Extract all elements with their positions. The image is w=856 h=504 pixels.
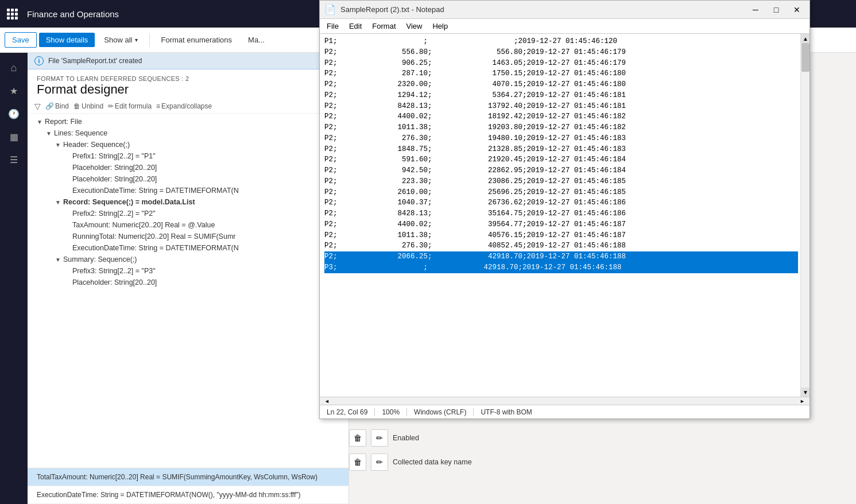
collected-key-label: Collected data key name	[393, 458, 472, 466]
tree-item[interactable]: ExecutionDateTime: String = DATETIMEFORM…	[28, 242, 348, 254]
tree-item[interactable]: Prefix1: String[2..2] = "P1"	[28, 150, 348, 162]
tree-item[interactable]: Placeholder: String[20..20]	[28, 173, 348, 185]
tree-item[interactable]: Prefix3: String[2..2] = "P3"	[28, 265, 348, 277]
delete-button-2[interactable]: 🗑	[349, 453, 366, 471]
sidebar-home-icon[interactable]: ⌂	[3, 57, 24, 78]
sidebar-clock-icon[interactable]: 🕐	[3, 103, 24, 124]
hscroll-right[interactable]: ►	[800, 398, 805, 404]
notepad-line: P2; 4400.02; 18192.42;2019-12-27 01:45:4…	[324, 111, 798, 122]
filter-icon: ▽	[34, 102, 41, 111]
notepad-window: 📄 SampleReport (2).txt - Notepad ─ □ ✕ F…	[319, 0, 810, 419]
menu-view[interactable]: View	[402, 21, 427, 32]
status-encoding: UTF-8 with BOM	[474, 408, 539, 416]
page-title: Format designer	[37, 82, 339, 97]
action-bar: ▽ 🔗 Bind 🗑 Unbind ✏ Edit formula ≡ Expan…	[28, 99, 348, 114]
bind-link-icon: 🔗	[45, 102, 54, 110]
tree-item[interactable]: ▼Lines: Sequence	[28, 127, 348, 139]
notepad-line: P2; 8428.13; 13792.40;2019-12-27 01:45:4…	[324, 101, 798, 112]
notepad-line: P2; 942.50; 22862.95;2019-12-27 01:45:46…	[324, 165, 798, 176]
notepad-line: P2; 4400.02; 39564.77;2019-12-27 01:45:4…	[324, 219, 798, 230]
tree-item[interactable]: TaxAmount: Numeric[20..20] Real = @.Valu…	[28, 219, 348, 231]
notepad-line: P2; 591.60; 21920.45;2019-12-27 01:45:46…	[324, 154, 798, 165]
notepad-line: P2; 276.30; 40852.45;2019-12-27 01:45:46…	[324, 241, 798, 251]
tree-item[interactable]: RunningTotal: Numeric[20..20] Real = SUM…	[28, 231, 348, 242]
more-button[interactable]: Ma...	[241, 33, 272, 47]
tree-item[interactable]: ▼Record: Sequence(;) = model.Data.List	[28, 196, 348, 208]
waffle-icon[interactable]	[7, 9, 18, 20]
notepad-content-wrapper: P1; ; ;2019-12-27 01:45:46:120P2; 556.80…	[320, 34, 809, 397]
delete-button-1[interactable]: 🗑	[349, 429, 366, 447]
bind-action[interactable]: 🔗 Bind	[45, 102, 69, 110]
notepad-line: P2; 287.10; 1750.15;2019-12-27 01:45:46:…	[324, 68, 798, 79]
left-sidebar: ⌂ ★ 🕐 ▦ ☰	[0, 53, 28, 504]
notepad-title-text: SampleReport (2).txt - Notepad	[340, 5, 743, 14]
notepad-line: P1; ; ;2019-12-27 01:45:46:120	[324, 36, 798, 47]
notepad-line: P2; 8428.13; 35164.75;2019-12-27 01:45:4…	[324, 208, 798, 219]
menu-help[interactable]: Help	[428, 21, 452, 32]
notepad-line: P2; 2320.00; 4070.15;2019-12-27 01:45:46…	[324, 79, 798, 90]
notepad-scrollbar-down[interactable]: ▼	[801, 387, 809, 397]
notepad-content[interactable]: P1; ; ;2019-12-27 01:45:46:120P2; 556.80…	[320, 34, 809, 397]
notepad-line: P2; 906.25; 1463.05;2019-12-27 01:45:46:…	[324, 58, 798, 69]
menu-format[interactable]: Format	[367, 21, 400, 32]
tree-item[interactable]: Placeholder: String[20..20]	[28, 162, 348, 173]
app-title: Finance and Operations	[27, 9, 119, 19]
page-subtitle: FORMAT TO LEARN DEFERRED SEQUENCES : 2	[37, 75, 339, 82]
tree-item[interactable]: Prefix2: String[2..2] = "P2"	[28, 208, 348, 219]
close-button[interactable]: ✕	[789, 3, 805, 16]
tree-item[interactable]: Placeholder: String[20..20]	[28, 277, 348, 288]
bottom-item-selected[interactable]: TotalTaxAmount: Numeric[20..20] Real = S…	[28, 468, 348, 486]
sidebar-grid-icon[interactable]: ▦	[3, 126, 24, 147]
info-message: File 'SampleReport.txt' created	[48, 57, 142, 65]
info-icon: i	[34, 56, 44, 65]
status-crlf: Windows (CRLF)	[407, 408, 474, 416]
tree-item[interactable]: ▼Header: Sequence(;)	[28, 139, 348, 150]
expand-collapse-action[interactable]: ≡ Expand/collapse	[156, 102, 212, 110]
unbind-icon: 🗑	[73, 102, 80, 110]
tree: ▼Report: File▼Lines: Sequence▼Header: Se…	[28, 114, 348, 468]
info-bar: i File 'SampleReport.txt' created	[28, 53, 348, 69]
tree-item[interactable]: ▼Summary: Sequence(;)	[28, 254, 348, 265]
tree-item[interactable]: ▼Report: File	[28, 116, 348, 127]
notepad-line: P2; 1011.38; 40576.15;2019-12-27 01:45:4…	[324, 230, 798, 241]
notepad-scrollbar-thumb[interactable]	[801, 43, 809, 72]
main-area: i File 'SampleReport.txt' created FORMAT…	[28, 53, 349, 504]
menu-edit[interactable]: Edit	[344, 21, 366, 32]
hscroll-left[interactable]: ◄	[324, 398, 330, 404]
show-details-button[interactable]: Show details	[39, 33, 95, 47]
notepad-line: P2; 1848.75; 21328.85;2019-12-27 01:45:4…	[324, 144, 798, 155]
bottom-item-2[interactable]: ExecutionDateTime: String = DATETIMEFORM…	[28, 486, 348, 504]
collected-key-row: 🗑 ✏ Collected data key name	[349, 451, 498, 475]
notepad-menu-bar: File Edit Format View Help	[320, 19, 809, 34]
edit-formula-icon: ✏	[108, 102, 114, 110]
unbind-action[interactable]: 🗑 Unbind	[73, 102, 103, 110]
edit-button-2[interactable]: ✏	[371, 453, 388, 471]
edit-formula-action[interactable]: ✏ Edit formula	[108, 102, 152, 110]
menu-file[interactable]: File	[322, 21, 343, 32]
notepad-line: P2; 223.30; 23086.25;2019-12-27 01:45:46…	[324, 176, 798, 187]
page-header: FORMAT TO LEARN DEFERRED SEQUENCES : 2 F…	[28, 69, 348, 99]
show-all-button[interactable]: Show all ▾	[97, 33, 144, 47]
expand-icon: ≡	[156, 102, 160, 110]
status-line-col: Ln 22, Col 69	[320, 408, 375, 416]
sidebar-list-icon[interactable]: ☰	[3, 149, 24, 170]
minimize-button[interactable]: ─	[747, 3, 764, 16]
sidebar-star-icon[interactable]: ★	[3, 80, 24, 101]
side-action-panel: 🗑 ✏ Enabled 🗑 ✏ Collected data key name	[349, 425, 498, 475]
notepad-line: P2; 1294.12; 5364.27;2019-12-27 01:45:46…	[324, 90, 798, 101]
maximize-button[interactable]: □	[768, 3, 784, 16]
tree-item[interactable]: ExecutionDateTime: String = DATETIMEFORM…	[28, 185, 348, 196]
save-button[interactable]: Save	[5, 32, 37, 48]
enabled-label: Enabled	[393, 434, 419, 442]
format-enum-button[interactable]: Format enumerations	[154, 33, 239, 47]
notepad-scrollbar[interactable]: ▲ ▼	[800, 34, 809, 397]
notepad-scrollbar-up[interactable]: ▲	[801, 34, 809, 43]
notepad-title-bar: 📄 SampleReport (2).txt - Notepad ─ □ ✕	[320, 1, 809, 19]
notepad-icon: 📄	[324, 4, 336, 15]
edit-button-1[interactable]: ✏	[371, 429, 388, 447]
notepad-line: P2; 1011.38; 19203.80;2019-12-27 01:45:4…	[324, 122, 798, 133]
notepad-status-bar: Ln 22, Col 69 100% Windows (CRLF) UTF-8 …	[320, 405, 809, 418]
notepad-hscroll: ◄ ►	[320, 397, 809, 405]
notepad-line: P2; 2610.00; 25696.25;2019-12-27 01:45:4…	[324, 187, 798, 198]
notepad-line: P2; 2066.25; 42918.70;2019-12-27 01:45:4…	[324, 251, 798, 262]
